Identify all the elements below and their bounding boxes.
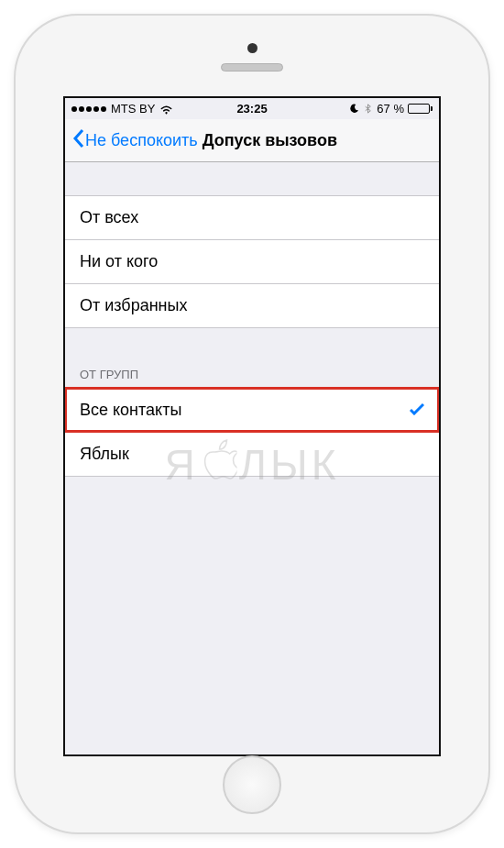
row-label: От избранных: [80, 296, 188, 315]
content-area: От всех Ни от кого От избранных ОТ ГРУПП…: [65, 162, 439, 754]
row-favorites[interactable]: От избранных: [65, 283, 439, 328]
row-label: От всех: [80, 208, 138, 227]
row-all-contacts[interactable]: Все контакты: [65, 388, 439, 432]
svg-point-0: [166, 111, 168, 113]
battery-icon: [408, 104, 433, 114]
groups-section: ОТ ГРУПП Все контакты Яблык: [65, 361, 439, 477]
row-noone[interactable]: Ни от кого: [65, 239, 439, 283]
row-label: Яблык: [80, 445, 129, 464]
section-header: ОТ ГРУПП: [65, 361, 439, 388]
nav-bar: Не беспокоить Допуск вызовов: [65, 119, 439, 162]
back-button[interactable]: Не беспокоить: [72, 128, 198, 153]
back-label: Не беспокоить: [85, 131, 198, 150]
row-everyone[interactable]: От всех: [65, 195, 439, 239]
status-bar: MTS BY 23:25 67 %: [65, 98, 439, 119]
phone-frame: MTS BY 23:25 67 %: [14, 14, 490, 834]
row-yablyk[interactable]: Яблык: [65, 432, 439, 477]
camera-dot: [247, 43, 257, 53]
allow-calls-section: От всех Ни от кого От избранных: [65, 195, 439, 328]
battery-pct: 67 %: [377, 102, 404, 116]
status-left: MTS BY: [71, 102, 173, 116]
home-button[interactable]: [223, 755, 281, 814]
carrier-label: MTS BY: [111, 102, 155, 116]
row-label: Ни от кого: [80, 252, 158, 271]
dnd-moon-icon: [349, 104, 359, 114]
page-title: Допуск вызовов: [203, 131, 337, 150]
clock: 23:25: [236, 102, 267, 116]
speaker-slit: [221, 63, 283, 72]
screen: MTS BY 23:25 67 %: [63, 96, 441, 756]
chevron-left-icon: [72, 128, 85, 153]
signal-icon: [71, 106, 106, 112]
checkmark-icon: [410, 401, 424, 420]
wifi-icon: [159, 104, 173, 115]
row-label: Все контакты: [80, 401, 181, 420]
bluetooth-icon: [363, 104, 373, 114]
status-right: 67 %: [349, 102, 433, 116]
